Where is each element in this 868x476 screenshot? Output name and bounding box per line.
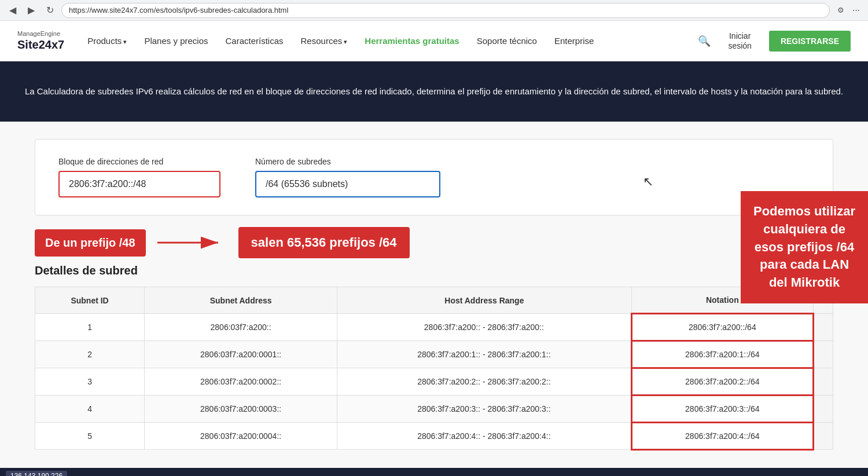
nav-herramientas[interactable]: Herramientas gratuitas [365,33,459,49]
network-block-field: Bloque de direcciones de red [58,157,220,197]
cell-host-range: 2806:3f7:a200:1:: - 2806:3f7:a200:1:: [337,341,632,368]
nav-caracteristicas[interactable]: Características [226,33,284,49]
cell-notation: 2806:3f7:a200::/64 [631,314,813,341]
register-button[interactable]: REGISTRARSE [769,31,851,52]
cell-host-range: 2806:3f7:a200:4:: - 2806:3f7:a200:4:: [337,423,632,450]
cell-scroll [814,368,833,396]
navbar: ManageEngine Site24x7 Products Planes y … [0,21,868,61]
hero-text: La Calculadora de subredes IPv6 realiza … [12,85,856,98]
cell-id: 3 [35,368,145,396]
network-block-label: Bloque de direcciones de red [58,157,220,166]
status-bar: 136.143.190.226 [0,468,868,476]
annotation-top-right-box: Podemos utilizar cualquiera de esos pref… [741,191,868,303]
browser-icons: ⚙ ⋯ [834,4,862,17]
table-header-row: Subnet ID Subnet Address Host Address Ra… [35,287,833,314]
cell-host-range: 2806:3f7:a200:2:: - 2806:3f7:a200:2:: [337,368,632,396]
annotation-top-right-text: Podemos utilizar cualquiera de esos pref… [753,204,855,290]
annotation-area: De un prefijo /48 salen 65,536 prefijos … [35,227,833,258]
subnet-number-field: Número de subredes [255,157,440,197]
back-button[interactable]: ◀ [6,3,20,17]
cell-scroll [814,314,833,341]
cell-subnet-address: 2806:03f7:a200:0001:: [145,341,337,368]
cell-subnet-address: 2806:03f7:a200:0004:: [145,423,337,450]
network-block-input[interactable] [58,171,220,197]
table-row: 4 2806:03f7:a200:0003:: 2806:3f7:a200:3:… [35,396,833,423]
cell-scroll [814,341,833,368]
logo[interactable]: ManageEngine Site24x7 [17,30,64,52]
cell-subnet-address: 2806:03f7:a200:: [145,314,337,341]
forward-button[interactable]: ▶ [24,3,38,17]
cell-subnet-address: 2806:03f7:a200:0003:: [145,396,337,423]
status-ip: 136.143.190.226 [6,471,67,476]
nav-soporte[interactable]: Soporte técnico [477,33,537,49]
nav-planes[interactable]: Planes y precios [144,33,208,49]
table-row: 2 2806:03f7:a200:0001:: 2806:3f7:a200:1:… [35,341,833,368]
table-row: 3 2806:03f7:a200:0002:: 2806:3f7:a200:2:… [35,368,833,396]
refresh-button[interactable]: ↻ [43,3,57,17]
arrow-svg [157,234,227,251]
search-icon[interactable]: 🔍 [698,35,711,47]
cell-scroll [814,423,833,450]
cell-id: 4 [35,396,145,423]
cell-host-range: 2806:3f7:a200:: - 2806:3f7:a200:: [337,314,632,341]
annotation-right-box: salen 65,536 prefijos /64 [238,227,410,258]
cell-host-range: 2806:3f7:a200:3:: - 2806:3f7:a200:3:: [337,396,632,423]
extensions-button[interactable]: ⚙ [834,4,847,17]
table-row: 1 2806:03f7:a200:: 2806:3f7:a200:: - 280… [35,314,833,341]
subnet-number-input[interactable] [255,171,440,197]
section-title: Detalles de subred [35,264,833,277]
browser-bar: ◀ ▶ ↻ ⚙ ⋯ [0,0,868,21]
table-wrapper: ↓ Subnet ID Subnet Address Host Address … [35,287,833,451]
url-bar[interactable] [61,3,830,18]
login-button[interactable]: Iniciarsesión [728,31,751,51]
cell-notation: 2806:3f7:a200:4::/64 [631,423,813,450]
cell-notation: 2806:3f7:a200:1::/64 [631,341,813,368]
col-header-subnet-address: Subnet Address [145,287,337,314]
menu-button[interactable]: ⋯ [849,4,862,17]
col-header-subnet-id: Subnet ID [35,287,145,314]
subnet-table: Subnet ID Subnet Address Host Address Ra… [35,287,833,451]
table-row: 5 2806:03f7:a200:0004:: 2806:3f7:a200:4:… [35,423,833,450]
calc-fields: Bloque de direcciones de red Número de s… [58,157,810,197]
cell-id: 1 [35,314,145,341]
nav-enterprise[interactable]: Enterprise [554,33,594,49]
col-header-host-range: Host Address Range [337,287,632,314]
main-content: Podemos utilizar cualquiera de esos pref… [0,122,868,468]
cell-scroll [814,396,833,423]
cell-notation: 2806:3f7:a200:2::/64 [631,368,813,396]
logo-top-text: ManageEngine [17,30,64,38]
subnet-number-label: Número de subredes [255,157,440,166]
logo-main-text: Site24x7 [17,38,64,52]
arrow-down-icon: ↓ [773,252,784,278]
nav-resources[interactable]: Resources [301,33,348,49]
cell-notation: 2806:3f7:a200:3::/64 [631,396,813,423]
cell-id: 2 [35,341,145,368]
nav-products[interactable]: Products [87,33,127,49]
cell-subnet-address: 2806:03f7:a200:0002:: [145,368,337,396]
cell-id: 5 [35,423,145,450]
calculator-card: Bloque de direcciones de red Número de s… [35,139,833,215]
hero-section: La Calculadora de subredes IPv6 realiza … [0,61,868,122]
annotation-left-box: De un prefijo /48 [35,229,146,257]
